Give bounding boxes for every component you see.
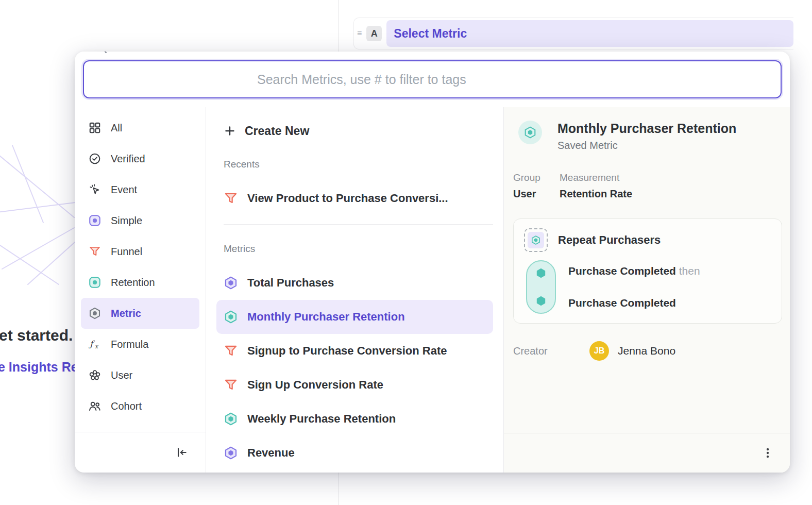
sidebar-item-label: Simple [111, 215, 142, 227]
detail-header: Monthly Purchaser Retention Saved Metric [513, 121, 782, 152]
step-pill [526, 260, 556, 314]
sidebar-item-metric[interactable]: Metric [81, 298, 199, 329]
metric-item-label: Sign Up Conversion Rate [247, 378, 383, 392]
metric-item-label: Weekly Purchase Retention [247, 412, 396, 426]
sidebar-item-user[interactable]: User [81, 360, 199, 391]
background-doodle [0, 140, 84, 295]
sidebar-item-formula[interactable]: Formula [81, 329, 199, 360]
metric-letter-badge: A [366, 26, 382, 41]
search-area [75, 52, 790, 107]
retention-icon [88, 276, 102, 289]
metric-item-label: Signup to Purchase Conversion Rate [247, 344, 447, 358]
metrics-header: Metrics [224, 243, 493, 255]
metric-item-label: Total Purchases [247, 276, 334, 290]
select-metric-button[interactable]: Select Metric [386, 20, 793, 47]
step-2-event: Purchase Completed [568, 297, 676, 309]
drag-handle-icon[interactable]: ≡ [357, 29, 362, 38]
hexagon-teal-icon [531, 235, 541, 245]
creator-row: Creator JB Jenna Bono [513, 341, 782, 361]
plus-icon [224, 125, 236, 137]
metric-item-total-purchases[interactable]: Total Purchases [216, 266, 493, 300]
detail-subtitle: Saved Metric [557, 140, 736, 152]
sidebar-item-simple[interactable]: Simple [81, 205, 199, 236]
sidebar-footer [75, 432, 206, 473]
hexagon-teal-icon [224, 310, 238, 324]
recent-item-label: View Product to Purchase Conversi... [247, 192, 448, 205]
step-connector: then [679, 265, 700, 277]
search-input[interactable] [256, 72, 770, 88]
hexagon-solid-teal-icon [535, 295, 547, 307]
sidebar-item-label: Metric [111, 308, 141, 319]
step-1: Purchase Completed then [568, 265, 700, 277]
funnel-hexagon-red-icon [224, 344, 238, 358]
grid-icon [88, 121, 102, 134]
metric-picker-modal: All Verified Event Simple Funnel [75, 52, 790, 473]
funnel-hexagon-red-icon [224, 378, 238, 392]
metric-icon [88, 307, 102, 320]
user-icon [88, 368, 102, 382]
page: et started. e Insights Re ≡ A Select Met… [0, 0, 812, 505]
sidebar-item-verified[interactable]: Verified [81, 143, 199, 174]
hexagon-purple-icon [224, 276, 238, 290]
recent-item-view-product-to-purchase[interactable]: View Product to Purchase Conversi... [216, 182, 493, 215]
step-1-event: Purchase Completed [568, 265, 676, 277]
measurement-label: Measurement [560, 172, 632, 183]
recents-header: Recents [224, 159, 493, 170]
measurement-value: Retention Rate [560, 188, 632, 200]
metric-item-revenue[interactable]: Revenue [216, 436, 493, 470]
metric-item-label: Revenue [247, 446, 295, 460]
dashed-hexagon-icon [524, 228, 548, 252]
sidebar-item-label: All [111, 122, 122, 134]
background-link[interactable]: e Insights Re [0, 360, 78, 375]
definition-card: Repeat Purchasers Purchase Completed the… [513, 218, 782, 324]
metric-item-monthly-purchaser-retention[interactable]: Monthly Purchaser Retention [216, 300, 493, 334]
creator-avatar: JB [589, 341, 609, 361]
sidebar-item-retention[interactable]: Retention [81, 267, 199, 298]
hexagon-teal-icon [523, 126, 537, 139]
select-metric-label: Select Metric [394, 27, 467, 41]
metric-item-label: Monthly Purchaser Retention [247, 310, 405, 324]
hexagon-teal-icon [224, 412, 238, 426]
metric-item-sign-up-conversion-rate[interactable]: Sign Up Conversion Rate [216, 368, 493, 402]
metric-item-weekly-purchase-retention[interactable]: Weekly Purchase Retention [216, 402, 493, 436]
more-options-icon[interactable] [761, 446, 774, 460]
hexagon-solid-teal-icon [535, 267, 547, 279]
sidebar-item-label: Event [111, 184, 137, 196]
definition-steps: Purchase Completed then Purchase Complet… [524, 260, 771, 314]
create-new-button[interactable]: Create New [224, 117, 493, 144]
definition-title: Repeat Purchasers [558, 233, 661, 247]
sidebar-item-label: Funnel [111, 246, 142, 258]
step-lines: Purchase Completed then Purchase Complet… [568, 260, 700, 314]
collapse-sidebar-icon[interactable] [175, 446, 188, 459]
metric-rows: Total Purchases Monthly Purchaser Retent… [224, 266, 493, 470]
formula-icon [88, 338, 102, 351]
category-sidebar: All Verified Event Simple Funnel [75, 107, 206, 473]
search-box[interactable] [83, 60, 782, 98]
sidebar-item-funnel[interactable]: Funnel [81, 236, 199, 267]
metric-list: Create New Recents View Product to Purch… [206, 107, 504, 473]
definition-header: Repeat Purchasers [524, 228, 771, 252]
select-metric-bar: ≡ A Select Metric [353, 18, 793, 49]
sidebar-item-label: Retention [111, 277, 155, 289]
step-2: Purchase Completed [568, 297, 700, 309]
sidebar-item-all[interactable]: All [81, 112, 199, 143]
event-icon [88, 183, 102, 196]
detail-title: Monthly Purchaser Retention [557, 121, 736, 136]
sidebar-item-label: Verified [111, 153, 145, 165]
metric-detail-panel: Monthly Purchaser Retention Saved Metric… [504, 107, 790, 473]
sidebar-item-event[interactable]: Event [81, 174, 199, 205]
sidebar-item-cohort[interactable]: Cohort [81, 391, 199, 422]
sidebar-item-label: Cohort [111, 400, 142, 412]
metric-type-icon-wrap [518, 121, 542, 144]
creator-name: Jenna Bono [618, 345, 675, 357]
metric-item-signup-to-purchase-conversion-rate[interactable]: Signup to Purchase Conversion Rate [216, 334, 493, 368]
hexagon-purple-icon [224, 446, 238, 460]
sidebar-item-label: User [111, 369, 132, 381]
cohort-icon [88, 399, 102, 413]
detail-body: Monthly Purchaser Retention Saved Metric… [504, 107, 790, 433]
simple-icon [88, 214, 102, 227]
detail-footer [504, 433, 790, 473]
verified-icon [88, 152, 102, 165]
detail-meta: Group User Measurement Retention Rate [513, 172, 782, 200]
list-divider [224, 224, 493, 225]
